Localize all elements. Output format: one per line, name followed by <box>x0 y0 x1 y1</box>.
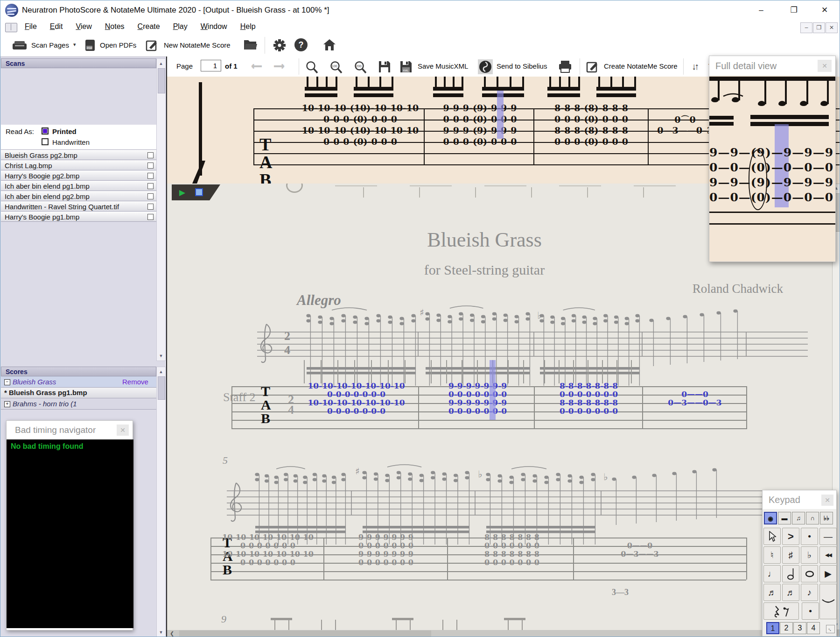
new-score-pencil-icon[interactable] <box>146 39 159 51</box>
remove-link[interactable]: Remove <box>122 378 148 386</box>
zoom-icon[interactable] <box>305 60 319 74</box>
menu-edit[interactable]: Edit <box>50 22 63 31</box>
sharp-button[interactable]: ♯ <box>782 546 799 564</box>
new-notateme-score-button[interactable]: New NotateMe Score <box>164 41 231 49</box>
expand-icon[interactable]: + <box>4 401 10 407</box>
eighth-note-2-button[interactable]: ♬ <box>782 584 799 601</box>
scan-file-row[interactable]: Blueish Grass pg2.bmp <box>1 150 156 160</box>
whole-note-button[interactable] <box>801 565 818 582</box>
handwritten-checkbox[interactable] <box>42 138 49 145</box>
scans-scroll-thumb[interactable] <box>158 68 165 93</box>
scores-scrollbar[interactable]: ▲ ▼ <box>156 367 166 637</box>
scan-pages-dropdown-icon[interactable]: ▾ <box>73 42 76 48</box>
scroll-left-icon[interactable]: ❮ <box>170 630 174 637</box>
menu-create[interactable]: Create <box>138 22 160 31</box>
scan-file-checkbox[interactable] <box>147 214 154 220</box>
menu-view[interactable]: View <box>76 22 91 31</box>
sixteenth-note-button[interactable]: ♬ <box>763 584 781 601</box>
save-musicxml-button[interactable]: Save MusicXML <box>418 62 468 70</box>
close-button[interactable]: ✕ <box>814 3 835 17</box>
scan-file-row[interactable]: Harry's Boogie pg2.bmp <box>1 170 156 181</box>
play-button[interactable]: ▶ <box>819 565 837 582</box>
collapse-icon[interactable]: − <box>4 379 10 385</box>
printed-checkbox[interactable] <box>42 127 49 134</box>
scores-scroll-down-icon[interactable]: ▼ <box>157 629 165 636</box>
score-item-brahms[interactable]: + Brahms - horn trio (1 <box>1 398 156 410</box>
print-icon[interactable] <box>558 60 572 73</box>
help-icon[interactable]: ? <box>294 38 308 51</box>
beams-tab[interactable]: ♫ <box>792 512 805 524</box>
accidentals-tab[interactable]: ♭♭ <box>820 512 833 524</box>
maximize-button[interactable]: ❐ <box>784 3 804 17</box>
scan-file-checkbox[interactable] <box>147 152 154 158</box>
staccato-button[interactable]: • <box>801 528 818 545</box>
mdi-minimize-button[interactable]: – <box>800 22 812 33</box>
mdi-restore-button[interactable]: ❐ <box>813 22 825 33</box>
open-pdfs-button[interactable]: Open PDFs <box>100 41 136 49</box>
sibelius-icon[interactable] <box>478 59 493 74</box>
menu-help[interactable]: Help <box>240 22 256 31</box>
gear-icon[interactable] <box>273 39 286 52</box>
notes-tab[interactable]: ◉ <box>764 512 777 524</box>
scan-file-checkbox[interactable] <box>147 163 154 169</box>
menu-file[interactable]: File <box>25 22 37 31</box>
prev-page-icon[interactable]: 🠔 <box>251 60 262 73</box>
scans-scroll-up-icon[interactable]: ▲ <box>157 60 165 67</box>
keypad-number-2[interactable]: 2 <box>780 622 793 634</box>
zoom-100-icon[interactable]: 100 <box>329 60 343 74</box>
scans-scrollbar[interactable]: ▲ ▼ <box>156 58 166 361</box>
score-item-page[interactable]: * Blueish Grass pg1.bmp <box>1 388 156 398</box>
create-notateme-pencil-icon[interactable] <box>586 61 599 73</box>
dot-button[interactable]: • <box>802 602 819 620</box>
scan-file-checkbox[interactable] <box>147 173 154 179</box>
mdi-close-button[interactable]: ✕ <box>826 22 838 33</box>
score-item-blueish-grass[interactable]: − Blueish Grass Remove <box>1 376 156 388</box>
minimize-button[interactable]: – <box>751 3 771 17</box>
half-note-button[interactable] <box>782 565 799 582</box>
scan-file-row[interactable]: Handwritten - Ravel String Quartet.tif <box>1 201 156 212</box>
scores-scroll-up-icon[interactable]: ▲ <box>157 368 165 375</box>
save-icon[interactable] <box>378 60 391 73</box>
keypad-number-1[interactable]: 1 <box>766 622 779 634</box>
next-page-icon[interactable]: 🠖 <box>273 60 285 73</box>
scores-scroll-thumb[interactable] <box>158 376 165 400</box>
main-horizontal-scrollbar[interactable]: ❮ <box>167 630 840 637</box>
scans-scroll-down-icon[interactable]: ▼ <box>157 352 165 360</box>
scan-pages-button[interactable]: Scan Pages <box>31 41 69 49</box>
rests-button[interactable] <box>763 602 799 620</box>
bad-timing-close-icon[interactable]: ✕ <box>117 425 129 436</box>
flat-button[interactable]: ♭ <box>801 546 818 564</box>
rewind-button[interactable]: ◀◀ <box>819 546 837 564</box>
scan-file-checkbox[interactable] <box>147 204 154 210</box>
transpose-arrows-icon[interactable]: ↓↑ <box>692 61 697 72</box>
fermata-tab[interactable]: ∩ <box>806 512 819 524</box>
keypad-number-3[interactable]: 3 <box>793 622 806 634</box>
scan-file-row[interactable]: Ich aber bin elend pg2.bmp <box>1 191 156 201</box>
menu-play[interactable]: Play <box>173 22 188 31</box>
open-folder-icon[interactable] <box>243 39 258 51</box>
scan-file-checkbox[interactable] <box>147 183 154 189</box>
scan-file-checkbox[interactable] <box>147 193 154 199</box>
keypad-close-icon[interactable]: ✕ <box>821 495 833 506</box>
page-number-input[interactable] <box>201 60 221 71</box>
stop-icon[interactable] <box>195 188 203 196</box>
natural-button[interactable]: ♮ <box>763 546 781 564</box>
pointer-button[interactable] <box>763 528 781 545</box>
keypad-number-4[interactable]: 4 <box>807 622 820 634</box>
scan-file-row[interactable]: Christ Lag.bmp <box>1 160 156 170</box>
scan-file-row[interactable]: Harry's Boogie pg1.bmp <box>1 212 156 222</box>
accent-button[interactable]: > <box>782 528 799 545</box>
hscroll-thumb[interactable] <box>179 630 431 637</box>
scan-file-row[interactable]: Ich aber bin elend pg1.bmp <box>1 181 156 191</box>
eighth-note-button[interactable]: ♪ <box>801 584 818 601</box>
home-icon[interactable] <box>322 38 336 51</box>
menu-notes[interactable]: Notes <box>105 22 125 31</box>
quarter-note-button[interactable]: ♩ <box>763 565 781 582</box>
tie-button[interactable] <box>819 584 837 619</box>
keypad-resize-grip[interactable]: ↔ <box>826 625 835 633</box>
scanner-icon[interactable] <box>12 40 28 51</box>
save-musicxml-icon[interactable]: XML <box>399 60 413 73</box>
full-detail-close-icon[interactable]: ✕ <box>818 60 832 72</box>
send-to-sibelius-button[interactable]: Send to Sibelius <box>497 62 547 70</box>
tenuto-button[interactable]: — <box>819 528 837 545</box>
